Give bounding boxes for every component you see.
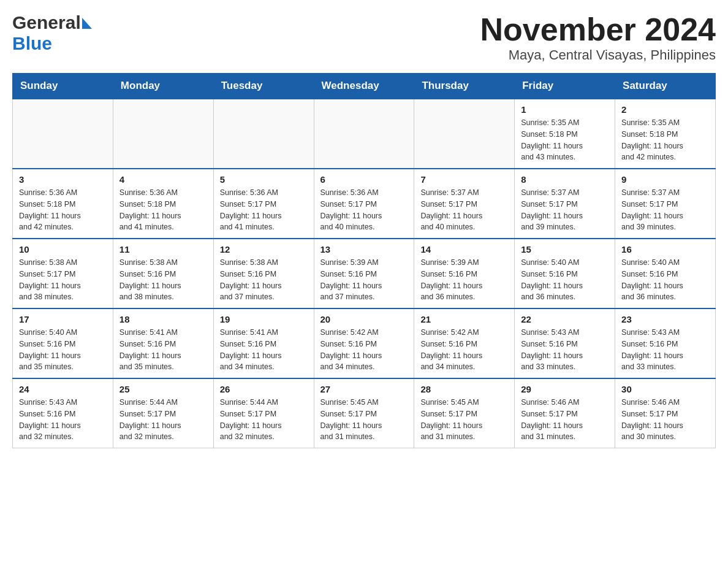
col-monday: Monday [113,74,213,99]
col-friday: Friday [515,74,615,99]
day-number: 19 [220,314,308,324]
day-number: 30 [621,384,709,394]
page-header: General Blue November 2024 Maya, Central… [12,12,716,63]
day-info: Sunrise: 5:43 AM Sunset: 5:16 PM Dayligh… [521,327,609,373]
calendar-week-2: 3Sunrise: 5:36 AM Sunset: 5:18 PM Daylig… [13,169,716,239]
logo-blue-text: Blue [12,33,52,54]
logo-general-text: General [12,12,81,33]
day-info: Sunrise: 5:40 AM Sunset: 5:16 PM Dayligh… [19,327,107,373]
calendar-cell: 15Sunrise: 5:40 AM Sunset: 5:16 PM Dayli… [515,239,615,308]
calendar-cell: 18Sunrise: 5:41 AM Sunset: 5:16 PM Dayli… [113,308,213,378]
day-info: Sunrise: 5:36 AM Sunset: 5:17 PM Dayligh… [220,187,308,233]
calendar-cell [213,99,314,169]
day-number: 3 [19,174,107,185]
calendar-cell: 5Sunrise: 5:36 AM Sunset: 5:17 PM Daylig… [213,169,314,239]
day-number: 7 [420,174,508,185]
calendar-header: Sunday Monday Tuesday Wednesday Thursday… [13,74,716,99]
day-number: 13 [320,244,408,255]
col-thursday: Thursday [414,74,515,99]
calendar-cell [414,99,515,169]
day-info: Sunrise: 5:38 AM Sunset: 5:17 PM Dayligh… [19,257,107,303]
day-info: Sunrise: 5:43 AM Sunset: 5:16 PM Dayligh… [621,327,709,373]
day-number: 2 [621,104,709,115]
day-info: Sunrise: 5:36 AM Sunset: 5:18 PM Dayligh… [119,187,207,233]
day-info: Sunrise: 5:36 AM Sunset: 5:17 PM Dayligh… [320,187,408,233]
calendar-cell: 10Sunrise: 5:38 AM Sunset: 5:17 PM Dayli… [13,239,113,308]
day-info: Sunrise: 5:37 AM Sunset: 5:17 PM Dayligh… [521,187,609,233]
header-row: Sunday Monday Tuesday Wednesday Thursday… [13,74,716,99]
day-number: 10 [19,244,107,255]
day-number: 6 [320,174,408,185]
day-number: 1 [521,104,609,115]
calendar-cell: 28Sunrise: 5:45 AM Sunset: 5:17 PM Dayli… [414,378,515,448]
calendar-cell: 7Sunrise: 5:37 AM Sunset: 5:17 PM Daylig… [414,169,515,239]
calendar-cell: 4Sunrise: 5:36 AM Sunset: 5:18 PM Daylig… [113,169,213,239]
day-info: Sunrise: 5:44 AM Sunset: 5:17 PM Dayligh… [220,397,308,443]
col-sunday: Sunday [13,74,113,99]
calendar-cell: 27Sunrise: 5:45 AM Sunset: 5:17 PM Dayli… [314,378,414,448]
day-number: 26 [220,384,308,394]
day-info: Sunrise: 5:39 AM Sunset: 5:16 PM Dayligh… [420,257,508,303]
calendar-cell: 25Sunrise: 5:44 AM Sunset: 5:17 PM Dayli… [113,378,213,448]
calendar-cell: 1Sunrise: 5:35 AM Sunset: 5:18 PM Daylig… [515,99,615,169]
day-number: 11 [119,244,207,255]
calendar-cell: 3Sunrise: 5:36 AM Sunset: 5:18 PM Daylig… [13,169,113,239]
day-info: Sunrise: 5:46 AM Sunset: 5:17 PM Dayligh… [621,397,709,443]
calendar-cell: 21Sunrise: 5:42 AM Sunset: 5:16 PM Dayli… [414,308,515,378]
calendar-cell: 16Sunrise: 5:40 AM Sunset: 5:16 PM Dayli… [615,239,716,308]
calendar-cell: 19Sunrise: 5:41 AM Sunset: 5:16 PM Dayli… [213,308,314,378]
day-info: Sunrise: 5:43 AM Sunset: 5:16 PM Dayligh… [19,397,107,443]
day-info: Sunrise: 5:41 AM Sunset: 5:16 PM Dayligh… [220,327,308,373]
day-info: Sunrise: 5:37 AM Sunset: 5:17 PM Dayligh… [420,187,508,233]
day-info: Sunrise: 5:42 AM Sunset: 5:16 PM Dayligh… [420,327,508,373]
calendar-cell: 20Sunrise: 5:42 AM Sunset: 5:16 PM Dayli… [314,308,414,378]
day-number: 21 [420,314,508,324]
calendar-cell: 9Sunrise: 5:37 AM Sunset: 5:17 PM Daylig… [615,169,716,239]
day-info: Sunrise: 5:40 AM Sunset: 5:16 PM Dayligh… [521,257,609,303]
page-subtitle: Maya, Central Visayas, Philippines [480,47,716,63]
day-number: 8 [521,174,609,185]
day-info: Sunrise: 5:44 AM Sunset: 5:17 PM Dayligh… [119,397,207,443]
calendar-cell: 22Sunrise: 5:43 AM Sunset: 5:16 PM Dayli… [515,308,615,378]
col-wednesday: Wednesday [314,74,414,99]
day-number: 15 [521,244,609,255]
day-info: Sunrise: 5:45 AM Sunset: 5:17 PM Dayligh… [320,397,408,443]
calendar-cell: 29Sunrise: 5:46 AM Sunset: 5:17 PM Dayli… [515,378,615,448]
day-info: Sunrise: 5:45 AM Sunset: 5:17 PM Dayligh… [420,397,508,443]
calendar-cell: 13Sunrise: 5:39 AM Sunset: 5:16 PM Dayli… [314,239,414,308]
day-number: 27 [320,384,408,394]
day-number: 5 [220,174,308,185]
calendar-cell [13,99,113,169]
day-number: 28 [420,384,508,394]
day-info: Sunrise: 5:36 AM Sunset: 5:18 PM Dayligh… [19,187,107,233]
day-number: 24 [19,384,107,394]
calendar-cell: 14Sunrise: 5:39 AM Sunset: 5:16 PM Dayli… [414,239,515,308]
page-title: November 2024 [480,12,716,47]
day-number: 23 [621,314,709,324]
calendar-cell: 8Sunrise: 5:37 AM Sunset: 5:17 PM Daylig… [515,169,615,239]
calendar-cell [314,99,414,169]
day-number: 22 [521,314,609,324]
calendar-week-5: 24Sunrise: 5:43 AM Sunset: 5:16 PM Dayli… [13,378,716,448]
calendar-cell: 23Sunrise: 5:43 AM Sunset: 5:16 PM Dayli… [615,308,716,378]
day-info: Sunrise: 5:37 AM Sunset: 5:17 PM Dayligh… [621,187,709,233]
day-info: Sunrise: 5:42 AM Sunset: 5:16 PM Dayligh… [320,327,408,373]
day-info: Sunrise: 5:41 AM Sunset: 5:16 PM Dayligh… [119,327,207,373]
calendar-week-3: 10Sunrise: 5:38 AM Sunset: 5:17 PM Dayli… [13,239,716,308]
day-number: 20 [320,314,408,324]
day-number: 16 [621,244,709,255]
day-number: 4 [119,174,207,185]
calendar-week-4: 17Sunrise: 5:40 AM Sunset: 5:16 PM Dayli… [13,308,716,378]
calendar-cell: 30Sunrise: 5:46 AM Sunset: 5:17 PM Dayli… [615,378,716,448]
calendar-cell: 24Sunrise: 5:43 AM Sunset: 5:16 PM Dayli… [13,378,113,448]
calendar-cell: 12Sunrise: 5:38 AM Sunset: 5:16 PM Dayli… [213,239,314,308]
day-number: 9 [621,174,709,185]
calendar-cell [113,99,213,169]
day-info: Sunrise: 5:38 AM Sunset: 5:16 PM Dayligh… [220,257,308,303]
day-info: Sunrise: 5:38 AM Sunset: 5:16 PM Dayligh… [119,257,207,303]
day-number: 29 [521,384,609,394]
col-saturday: Saturday [615,74,716,99]
calendar-table: Sunday Monday Tuesday Wednesday Thursday… [12,73,716,448]
col-tuesday: Tuesday [213,74,314,99]
day-number: 14 [420,244,508,255]
